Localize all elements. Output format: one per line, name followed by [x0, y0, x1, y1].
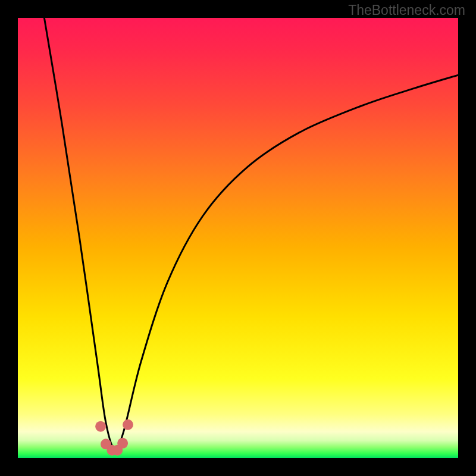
- valley-marker: [117, 438, 128, 449]
- valley-marker: [95, 421, 106, 432]
- chart-frame: [18, 18, 458, 458]
- bottleneck-plot: [18, 18, 458, 458]
- valley-marker-group: [95, 419, 133, 456]
- watermark-text: TheBottleneck.com: [348, 2, 465, 18]
- valley-marker: [123, 419, 133, 430]
- bottleneck-curve: [44, 18, 458, 450]
